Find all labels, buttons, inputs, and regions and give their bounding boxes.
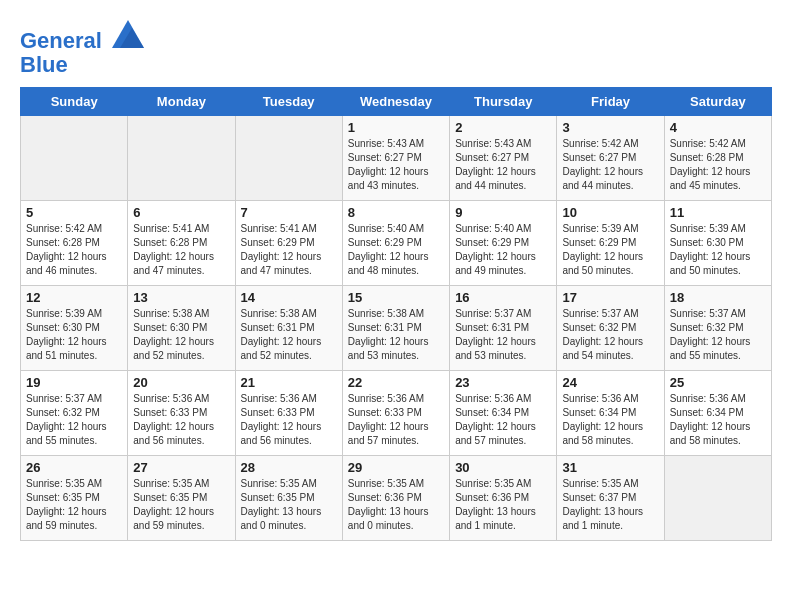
cell-info: Sunrise: 5:39 AM Sunset: 6:30 PM Dayligh… — [26, 307, 122, 363]
cell-info: Sunrise: 5:37 AM Sunset: 6:32 PM Dayligh… — [562, 307, 658, 363]
weekday-header-thursday: Thursday — [450, 88, 557, 116]
day-number: 8 — [348, 205, 444, 220]
calendar-cell: 6Sunrise: 5:41 AM Sunset: 6:28 PM Daylig… — [128, 201, 235, 286]
day-number: 16 — [455, 290, 551, 305]
day-number: 23 — [455, 375, 551, 390]
day-number: 1 — [348, 120, 444, 135]
cell-info: Sunrise: 5:38 AM Sunset: 6:31 PM Dayligh… — [241, 307, 337, 363]
calendar-cell — [664, 456, 771, 541]
calendar-cell: 18Sunrise: 5:37 AM Sunset: 6:32 PM Dayli… — [664, 286, 771, 371]
calendar-cell: 21Sunrise: 5:36 AM Sunset: 6:33 PM Dayli… — [235, 371, 342, 456]
day-number: 15 — [348, 290, 444, 305]
day-number: 26 — [26, 460, 122, 475]
cell-info: Sunrise: 5:36 AM Sunset: 6:33 PM Dayligh… — [348, 392, 444, 448]
day-number: 10 — [562, 205, 658, 220]
calendar-week-3: 12Sunrise: 5:39 AM Sunset: 6:30 PM Dayli… — [21, 286, 772, 371]
calendar-cell: 12Sunrise: 5:39 AM Sunset: 6:30 PM Dayli… — [21, 286, 128, 371]
calendar-cell: 29Sunrise: 5:35 AM Sunset: 6:36 PM Dayli… — [342, 456, 449, 541]
day-number: 2 — [455, 120, 551, 135]
day-number: 9 — [455, 205, 551, 220]
calendar-cell: 19Sunrise: 5:37 AM Sunset: 6:32 PM Dayli… — [21, 371, 128, 456]
day-number: 13 — [133, 290, 229, 305]
calendar-cell: 10Sunrise: 5:39 AM Sunset: 6:29 PM Dayli… — [557, 201, 664, 286]
cell-info: Sunrise: 5:40 AM Sunset: 6:29 PM Dayligh… — [455, 222, 551, 278]
weekday-header-friday: Friday — [557, 88, 664, 116]
logo-general: General — [20, 28, 102, 53]
calendar-cell: 20Sunrise: 5:36 AM Sunset: 6:33 PM Dayli… — [128, 371, 235, 456]
calendar-cell: 2Sunrise: 5:43 AM Sunset: 6:27 PM Daylig… — [450, 116, 557, 201]
logo-blue: Blue — [20, 52, 68, 77]
cell-info: Sunrise: 5:35 AM Sunset: 6:35 PM Dayligh… — [26, 477, 122, 533]
cell-info: Sunrise: 5:42 AM Sunset: 6:27 PM Dayligh… — [562, 137, 658, 193]
calendar-table: SundayMondayTuesdayWednesdayThursdayFrid… — [20, 87, 772, 541]
cell-info: Sunrise: 5:41 AM Sunset: 6:28 PM Dayligh… — [133, 222, 229, 278]
calendar-cell: 31Sunrise: 5:35 AM Sunset: 6:37 PM Dayli… — [557, 456, 664, 541]
day-number: 20 — [133, 375, 229, 390]
calendar-cell: 28Sunrise: 5:35 AM Sunset: 6:35 PM Dayli… — [235, 456, 342, 541]
day-number: 22 — [348, 375, 444, 390]
day-number: 12 — [26, 290, 122, 305]
calendar-week-2: 5Sunrise: 5:42 AM Sunset: 6:28 PM Daylig… — [21, 201, 772, 286]
day-number: 31 — [562, 460, 658, 475]
day-number: 24 — [562, 375, 658, 390]
calendar-cell: 16Sunrise: 5:37 AM Sunset: 6:31 PM Dayli… — [450, 286, 557, 371]
calendar-cell: 4Sunrise: 5:42 AM Sunset: 6:28 PM Daylig… — [664, 116, 771, 201]
cell-info: Sunrise: 5:39 AM Sunset: 6:30 PM Dayligh… — [670, 222, 766, 278]
day-number: 25 — [670, 375, 766, 390]
cell-info: Sunrise: 5:35 AM Sunset: 6:36 PM Dayligh… — [348, 477, 444, 533]
cell-info: Sunrise: 5:35 AM Sunset: 6:37 PM Dayligh… — [562, 477, 658, 533]
day-number: 18 — [670, 290, 766, 305]
cell-info: Sunrise: 5:35 AM Sunset: 6:35 PM Dayligh… — [241, 477, 337, 533]
calendar-cell: 15Sunrise: 5:38 AM Sunset: 6:31 PM Dayli… — [342, 286, 449, 371]
calendar-cell: 8Sunrise: 5:40 AM Sunset: 6:29 PM Daylig… — [342, 201, 449, 286]
cell-info: Sunrise: 5:37 AM Sunset: 6:31 PM Dayligh… — [455, 307, 551, 363]
calendar-cell: 24Sunrise: 5:36 AM Sunset: 6:34 PM Dayli… — [557, 371, 664, 456]
cell-info: Sunrise: 5:41 AM Sunset: 6:29 PM Dayligh… — [241, 222, 337, 278]
cell-info: Sunrise: 5:35 AM Sunset: 6:36 PM Dayligh… — [455, 477, 551, 533]
calendar-cell: 1Sunrise: 5:43 AM Sunset: 6:27 PM Daylig… — [342, 116, 449, 201]
weekday-header-sunday: Sunday — [21, 88, 128, 116]
day-number: 3 — [562, 120, 658, 135]
day-number: 21 — [241, 375, 337, 390]
cell-info: Sunrise: 5:42 AM Sunset: 6:28 PM Dayligh… — [26, 222, 122, 278]
cell-info: Sunrise: 5:43 AM Sunset: 6:27 PM Dayligh… — [348, 137, 444, 193]
day-number: 14 — [241, 290, 337, 305]
calendar-cell: 30Sunrise: 5:35 AM Sunset: 6:36 PM Dayli… — [450, 456, 557, 541]
day-number: 4 — [670, 120, 766, 135]
calendar-cell: 7Sunrise: 5:41 AM Sunset: 6:29 PM Daylig… — [235, 201, 342, 286]
day-number: 6 — [133, 205, 229, 220]
calendar-week-4: 19Sunrise: 5:37 AM Sunset: 6:32 PM Dayli… — [21, 371, 772, 456]
cell-info: Sunrise: 5:38 AM Sunset: 6:31 PM Dayligh… — [348, 307, 444, 363]
cell-info: Sunrise: 5:43 AM Sunset: 6:27 PM Dayligh… — [455, 137, 551, 193]
logo-icon — [112, 20, 144, 48]
calendar-cell: 11Sunrise: 5:39 AM Sunset: 6:30 PM Dayli… — [664, 201, 771, 286]
calendar-cell: 25Sunrise: 5:36 AM Sunset: 6:34 PM Dayli… — [664, 371, 771, 456]
cell-info: Sunrise: 5:38 AM Sunset: 6:30 PM Dayligh… — [133, 307, 229, 363]
cell-info: Sunrise: 5:36 AM Sunset: 6:33 PM Dayligh… — [241, 392, 337, 448]
day-number: 5 — [26, 205, 122, 220]
day-number: 7 — [241, 205, 337, 220]
cell-info: Sunrise: 5:42 AM Sunset: 6:28 PM Dayligh… — [670, 137, 766, 193]
calendar-week-1: 1Sunrise: 5:43 AM Sunset: 6:27 PM Daylig… — [21, 116, 772, 201]
cell-info: Sunrise: 5:36 AM Sunset: 6:34 PM Dayligh… — [670, 392, 766, 448]
day-number: 29 — [348, 460, 444, 475]
day-number: 19 — [26, 375, 122, 390]
calendar-cell: 22Sunrise: 5:36 AM Sunset: 6:33 PM Dayli… — [342, 371, 449, 456]
day-number: 28 — [241, 460, 337, 475]
calendar-cell: 9Sunrise: 5:40 AM Sunset: 6:29 PM Daylig… — [450, 201, 557, 286]
calendar-cell: 26Sunrise: 5:35 AM Sunset: 6:35 PM Dayli… — [21, 456, 128, 541]
calendar-cell: 27Sunrise: 5:35 AM Sunset: 6:35 PM Dayli… — [128, 456, 235, 541]
weekday-header-wednesday: Wednesday — [342, 88, 449, 116]
day-number: 17 — [562, 290, 658, 305]
calendar-cell: 23Sunrise: 5:36 AM Sunset: 6:34 PM Dayli… — [450, 371, 557, 456]
page-header: General Blue — [20, 20, 772, 77]
calendar-cell: 13Sunrise: 5:38 AM Sunset: 6:30 PM Dayli… — [128, 286, 235, 371]
cell-info: Sunrise: 5:36 AM Sunset: 6:34 PM Dayligh… — [562, 392, 658, 448]
calendar-cell — [128, 116, 235, 201]
weekday-header-monday: Monday — [128, 88, 235, 116]
cell-info: Sunrise: 5:40 AM Sunset: 6:29 PM Dayligh… — [348, 222, 444, 278]
calendar-cell: 5Sunrise: 5:42 AM Sunset: 6:28 PM Daylig… — [21, 201, 128, 286]
calendar-cell: 3Sunrise: 5:42 AM Sunset: 6:27 PM Daylig… — [557, 116, 664, 201]
day-number: 11 — [670, 205, 766, 220]
calendar-header-row: SundayMondayTuesdayWednesdayThursdayFrid… — [21, 88, 772, 116]
